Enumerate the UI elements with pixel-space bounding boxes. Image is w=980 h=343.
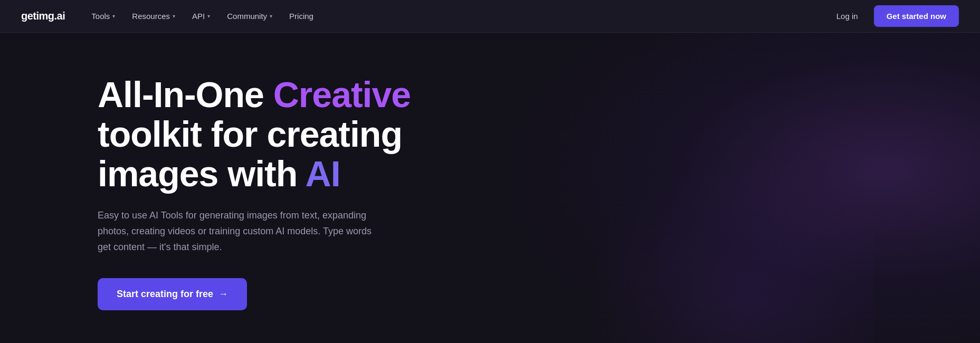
hero-section: All-In-One Creative toolkit for creating… <box>0 33 980 343</box>
start-creating-button[interactable]: Start creating for free → <box>98 278 247 310</box>
hero-title-ai: AI <box>306 154 340 194</box>
nav-item-community[interactable]: Community ▾ <box>220 7 280 25</box>
hero-title: All-In-One Creative toolkit for creating… <box>98 75 467 193</box>
nav-item-pricing-label: Pricing <box>289 12 313 21</box>
chevron-down-icon: ▾ <box>270 13 272 19</box>
chevron-down-icon: ▾ <box>112 13 115 19</box>
nav-item-api[interactable]: API ▾ <box>185 7 217 25</box>
login-button[interactable]: Log in <box>829 7 865 25</box>
arrow-right-icon: → <box>218 289 228 300</box>
nav-item-resources-label: Resources <box>132 12 170 21</box>
nav-item-tools-label: Tools <box>91 12 110 21</box>
nav-item-pricing[interactable]: Pricing <box>282 7 321 25</box>
nav-right: Log in Get started now <box>829 5 959 27</box>
chevron-down-icon: ▾ <box>173 13 175 19</box>
logo[interactable]: getimg.ai <box>21 10 65 22</box>
nav-links: Tools ▾ Resources ▾ API ▾ Community ▾ Pr… <box>84 7 321 25</box>
nav-item-community-label: Community <box>227 12 267 21</box>
hero-title-part1: All-In-One <box>98 74 273 115</box>
hero-content: All-In-One Creative toolkit for creating… <box>98 75 467 310</box>
hero-title-part2: toolkit for creating images with <box>98 114 402 194</box>
start-creating-label: Start creating for free <box>117 289 213 300</box>
get-started-button[interactable]: Get started now <box>874 5 959 27</box>
nav-item-resources[interactable]: Resources ▾ <box>125 7 183 25</box>
hero-title-creative: Creative <box>273 74 411 115</box>
navbar: getimg.ai Tools ▾ Resources ▾ API ▾ Comm… <box>0 0 980 33</box>
chevron-down-icon: ▾ <box>207 13 210 19</box>
nav-left: getimg.ai Tools ▾ Resources ▾ API ▾ Comm… <box>21 7 321 25</box>
nav-item-tools[interactable]: Tools ▾ <box>84 7 122 25</box>
hero-description: Easy to use AI Tools for generating imag… <box>98 208 383 255</box>
nav-item-api-label: API <box>192 12 205 21</box>
